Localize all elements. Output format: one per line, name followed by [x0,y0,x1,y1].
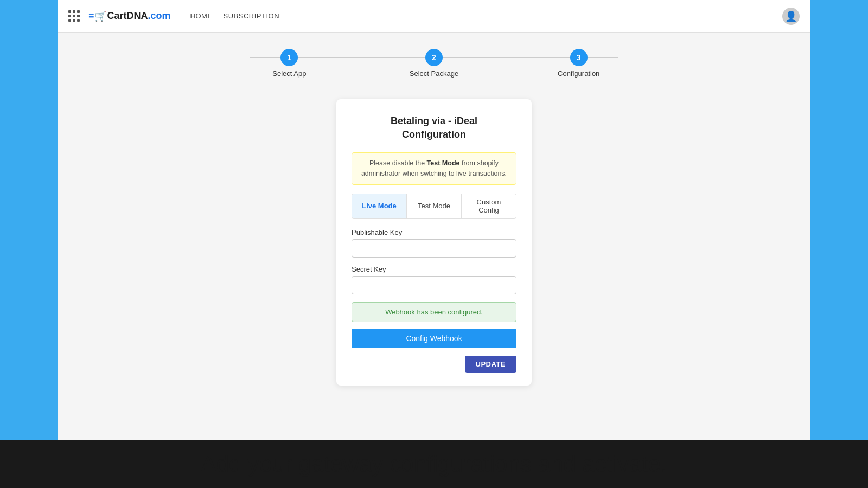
tab-test-mode[interactable]: Test Mode [407,194,462,218]
publishable-key-input[interactable] [352,239,516,258]
card-title: Betaling via - iDeal Configuration [352,114,516,142]
logo: ≡🛒 CartDNA.com [88,10,171,22]
tab-group: Live Mode Test Mode Custom Config [352,194,516,219]
caption-text: Add your gateway configurations and acti… [0,451,868,477]
update-row: UPDATE [352,356,516,373]
avatar[interactable]: 👤 [782,8,800,25]
secret-key-label: Secret Key [352,265,516,273]
publishable-key-group: Publishable Key [352,228,516,258]
nav-links: HOME SUBSCRIPTION [190,12,280,20]
navbar-right: 👤 [782,8,800,25]
step-2-circle: 2 [425,49,443,66]
webhook-success-box: Webhook has been configured. [352,302,516,322]
step-3: 3 Configuration [506,49,651,78]
step-2-label: Select Package [410,69,458,78]
step-1-circle: 1 [280,49,298,66]
page-container: ≡🛒 CartDNA.com HOME SUBSCRIPTION 👤 1 Sel… [58,0,810,440]
step-2: 2 Select Package [362,49,507,78]
stepper: 1 Select App 2 Select Package 3 Configur… [217,49,651,78]
grid-icon[interactable] [68,10,80,22]
step-1-label: Select App [272,69,306,78]
nav-subscription[interactable]: SUBSCRIPTION [224,12,280,20]
step-3-label: Configuration [558,69,599,78]
update-button[interactable]: UPDATE [465,356,516,373]
warning-box: Please disable the Test Mode from shopif… [352,152,516,185]
config-webhook-button[interactable]: Config Webhook [352,329,516,348]
tab-custom-config[interactable]: Custom Config [462,194,516,218]
navbar-left: ≡🛒 CartDNA.com HOME SUBSCRIPTION [68,10,279,22]
step-1: 1 Select App [217,49,362,78]
warning-prefix: Please disable the [369,159,427,167]
tab-live-mode[interactable]: Live Mode [352,194,407,218]
step-3-circle: 3 [570,49,588,66]
nav-home[interactable]: HOME [190,12,213,20]
logo-cartdna: CartDNA.com [107,10,171,22]
logo-icon: ≡🛒 [88,10,106,22]
publishable-key-label: Publishable Key [352,228,516,236]
main-content: 1 Select App 2 Select Package 3 Configur… [58,33,810,440]
config-card: Betaling via - iDeal Configuration Pleas… [336,99,532,386]
warning-bold: Test Mode [427,159,460,167]
secret-key-input[interactable] [352,276,516,294]
navbar: ≡🛒 CartDNA.com HOME SUBSCRIPTION 👤 [58,0,810,33]
bottom-caption: Add your gateway configurations and acti… [0,440,868,488]
secret-key-group: Secret Key [352,265,516,294]
